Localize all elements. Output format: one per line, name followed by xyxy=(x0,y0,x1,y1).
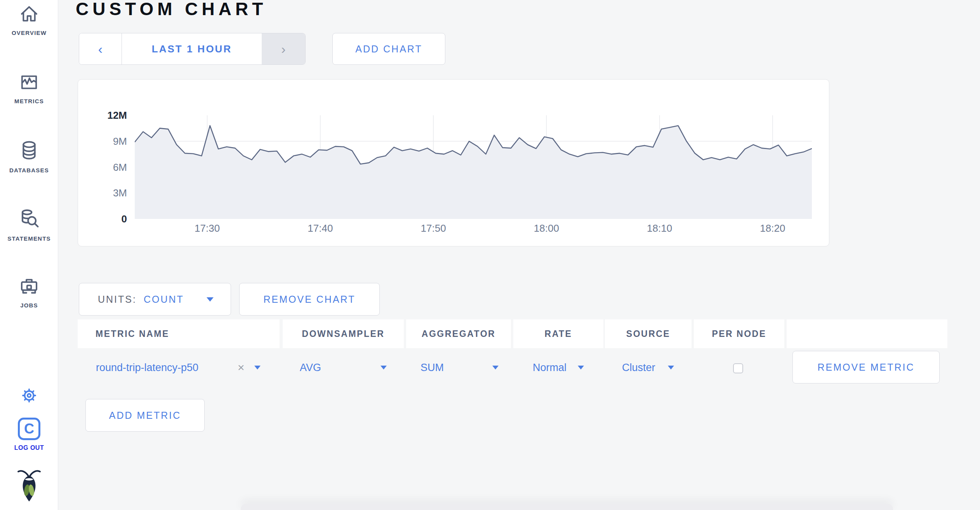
per-node-checkbox[interactable] xyxy=(733,363,743,373)
sidebar-item-metrics[interactable]: METRICS xyxy=(0,72,58,104)
settings-button[interactable] xyxy=(0,387,58,406)
rate-select[interactable]: Normal xyxy=(533,348,566,387)
chart-card: 12M9M6M3M0 17:3017:4017:5018:0018:1018:2… xyxy=(78,79,829,246)
add-metric-button[interactable]: ADD METRIC xyxy=(85,399,205,432)
aggregator-value: SUM xyxy=(420,362,444,374)
sidebar-item-label: DATABASES xyxy=(0,167,58,173)
home-icon xyxy=(19,4,39,24)
y-axis-tick: 3M xyxy=(92,187,127,198)
y-axis-tick: 9M xyxy=(92,136,127,147)
chart-y-labels: 12M9M6M3M0 xyxy=(92,115,131,219)
page-title: CUSTOM CHART xyxy=(76,0,267,19)
downsampler-value: AVG xyxy=(300,362,321,374)
aggregator-select[interactable]: SUM xyxy=(420,348,444,387)
cockroach-c-logo: C xyxy=(18,418,40,440)
statements-icon xyxy=(19,209,40,230)
header-metric-name: METRIC NAME xyxy=(78,319,280,348)
sidebar-item-label: JOBS xyxy=(0,302,58,309)
aggregator-caret[interactable] xyxy=(492,348,499,387)
logout-button[interactable]: C LOG OUT xyxy=(0,418,58,451)
chevron-left-icon: ‹ xyxy=(98,42,103,57)
chevron-down-icon xyxy=(668,366,674,369)
sidebar-item-label: STATEMENTS xyxy=(0,235,58,242)
chevron-down-icon xyxy=(381,366,387,369)
logout-label: LOG OUT xyxy=(0,444,58,451)
x-axis-tick: 17:40 xyxy=(308,222,333,234)
jobs-icon xyxy=(19,276,39,297)
database-icon xyxy=(19,140,39,161)
sidebar-item-databases[interactable]: DATABASES xyxy=(0,140,58,173)
cockroach-bug-icon xyxy=(17,469,41,502)
sidebar: OVERVIEW METRICS DATABASES STATEMENTS xyxy=(0,0,58,510)
gear-icon xyxy=(20,387,38,404)
metrics-icon xyxy=(19,72,39,92)
metric-clear[interactable]: × xyxy=(238,348,245,387)
x-axis-tick: 18:00 xyxy=(534,222,559,234)
time-range-dropdown[interactable]: LAST 1 HOUR xyxy=(122,33,262,64)
chart-plot xyxy=(135,115,812,219)
y-axis-tick: 12M xyxy=(92,110,127,121)
clear-x-icon: × xyxy=(238,362,245,373)
units-dropdown[interactable]: UNITS: COUNT xyxy=(79,283,231,316)
chevron-down-icon xyxy=(492,366,499,369)
chevron-right-icon: › xyxy=(281,42,285,57)
header-source: SOURCE xyxy=(605,319,692,348)
source-select[interactable]: Cluster xyxy=(622,348,655,387)
sidebar-item-label: OVERVIEW xyxy=(0,29,58,36)
downsampler-caret[interactable] xyxy=(381,348,387,387)
metric-name-caret[interactable] xyxy=(254,348,261,387)
x-axis-tick: 18:20 xyxy=(760,222,785,234)
header-aggregator: AGGREGATOR xyxy=(406,319,511,348)
units-label: UNITS: xyxy=(98,294,137,305)
rate-caret[interactable] xyxy=(578,348,584,387)
remove-metric-button[interactable]: REMOVE METRIC xyxy=(792,351,940,383)
header-actions xyxy=(787,319,947,348)
sidebar-item-statements[interactable]: STATEMENTS xyxy=(0,209,58,242)
add-chart-button[interactable]: ADD CHART xyxy=(332,33,445,65)
sidebar-item-label: METRICS xyxy=(0,98,58,104)
chevron-down-icon xyxy=(254,366,261,369)
x-axis-tick: 18:10 xyxy=(647,222,672,234)
table-row-metric-name: round-trip-latency-p50 xyxy=(96,348,198,387)
y-axis-tick: 0 xyxy=(92,213,127,224)
y-axis-tick: 6M xyxy=(92,162,127,173)
time-next-button[interactable]: › xyxy=(262,33,305,64)
next-card-edge xyxy=(241,504,893,510)
chevron-down-icon xyxy=(578,366,584,369)
time-prev-button[interactable]: ‹ xyxy=(79,33,122,64)
source-value: Cluster xyxy=(622,362,655,374)
time-range-selector: ‹ LAST 1 HOUR › xyxy=(79,33,306,65)
sidebar-item-overview[interactable]: OVERVIEW xyxy=(0,4,58,36)
x-axis-tick: 17:50 xyxy=(421,222,446,234)
rate-value: Normal xyxy=(533,362,566,374)
cockroach-bug-logo xyxy=(0,469,58,504)
sidebar-item-jobs[interactable]: JOBS xyxy=(0,276,58,309)
chart-plot-svg xyxy=(135,115,812,219)
header-per-node: PER NODE xyxy=(694,319,784,348)
downsampler-select[interactable]: AVG xyxy=(300,348,321,387)
remove-chart-button[interactable]: REMOVE CHART xyxy=(239,283,380,316)
source-caret[interactable] xyxy=(668,348,674,387)
units-value: COUNT xyxy=(144,294,184,305)
metric-name-select[interactable]: round-trip-latency-p50 xyxy=(96,362,198,374)
x-axis-tick: 17:30 xyxy=(195,222,220,234)
header-rate: RATE xyxy=(513,319,603,348)
logo-letter: C xyxy=(24,421,34,437)
chevron-down-icon xyxy=(207,297,214,302)
chart-x-labels: 17:3017:4017:5018:0018:1018:20 xyxy=(135,222,812,234)
header-downsampler: DOWNSAMPLER xyxy=(283,319,404,348)
